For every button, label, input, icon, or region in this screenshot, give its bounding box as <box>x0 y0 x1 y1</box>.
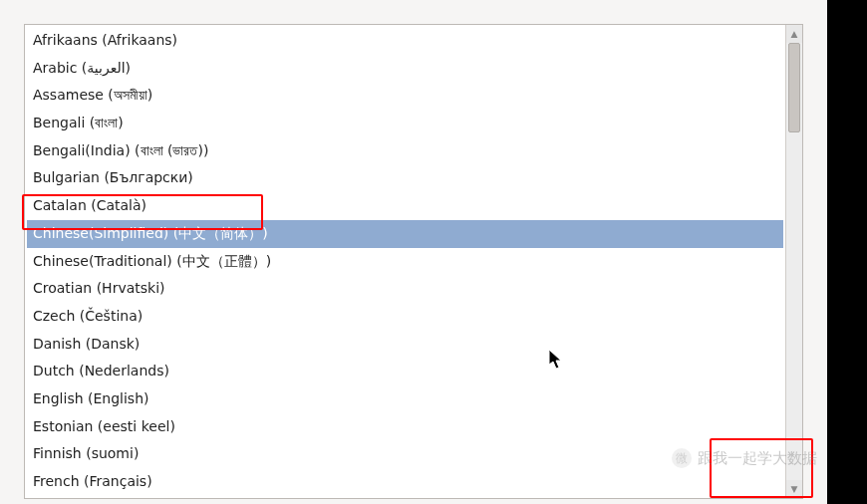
language-item[interactable]: Arabic (العربية) <box>27 55 783 83</box>
language-item-label: Czech (Čeština) <box>33 308 143 324</box>
language-item[interactable]: Finnish (suomi) <box>27 440 783 468</box>
language-item[interactable]: Danish (Dansk) <box>27 331 783 359</box>
language-item-label: Estonian (eesti keel) <box>33 418 175 434</box>
language-item[interactable]: Bengali (বাংলা) <box>27 110 783 137</box>
language-item[interactable]: Afrikaans (Afrikaans) <box>27 27 783 55</box>
language-item[interactable]: Catalan (Català) <box>27 192 783 220</box>
scroll-up-icon[interactable]: ▲ <box>786 25 802 43</box>
language-item-label: Assamese (অসমীয়া) <box>33 87 152 103</box>
installer-window: Afrikaans (Afrikaans)Arabic (العربية)Ass… <box>0 0 827 504</box>
language-item[interactable]: Chinese(Simplified) (中文（简体）) <box>27 220 783 248</box>
language-item-label: Croatian (Hrvatski) <box>33 280 165 296</box>
language-item[interactable]: Bengali(India) (বাংলা (ভারত)) <box>27 137 783 165</box>
language-item[interactable]: Assamese (অসমীয়া) <box>27 82 783 110</box>
language-item[interactable]: Chinese(Traditional) (中文（正體）) <box>27 248 783 276</box>
scroll-thumb[interactable] <box>788 43 800 132</box>
language-item-label: Arabic (العربية) <box>33 60 131 76</box>
language-item[interactable]: Bulgarian (Български) <box>27 164 783 192</box>
language-list-container: Afrikaans (Afrikaans)Arabic (العربية)Ass… <box>24 24 803 499</box>
language-item-label: Catalan (Català) <box>33 197 146 213</box>
language-list[interactable]: Afrikaans (Afrikaans)Arabic (العربية)Ass… <box>25 25 785 498</box>
language-item-label: Dutch (Nederlands) <box>33 363 169 378</box>
language-item[interactable]: English (English) <box>27 385 783 413</box>
language-item-label: French (Français) <box>33 473 152 489</box>
language-item[interactable]: French (Français) <box>27 468 783 496</box>
language-item-label: Bengali(India) (বাংলা (ভারত)) <box>33 142 208 158</box>
language-item[interactable]: Czech (Čeština) <box>27 303 783 331</box>
scrollbar[interactable]: ▲ ▼ <box>785 25 802 498</box>
language-item[interactable]: Estonian (eesti keel) <box>27 413 783 441</box>
language-item-label: Danish (Dansk) <box>33 336 140 352</box>
content-area: Afrikaans (Afrikaans)Arabic (العربية)Ass… <box>0 0 827 504</box>
language-item-label: Bengali (বাংলা) <box>33 115 124 130</box>
language-item-label: Bulgarian (Български) <box>33 169 193 185</box>
language-item-label: Afrikaans (Afrikaans) <box>33 32 177 48</box>
language-item[interactable]: Dutch (Nederlands) <box>27 358 783 385</box>
language-item-label: English (English) <box>33 390 148 406</box>
language-item[interactable]: Croatian (Hrvatski) <box>27 275 783 303</box>
language-item-label: Chinese(Simplified) (中文（简体）) <box>33 225 268 241</box>
language-item-label: Chinese(Traditional) (中文（正體）) <box>33 253 271 269</box>
scroll-down-icon[interactable]: ▼ <box>786 480 802 498</box>
language-list-viewport: Afrikaans (Afrikaans)Arabic (العربية)Ass… <box>25 25 785 498</box>
language-item-label: Finnish (suomi) <box>33 445 139 461</box>
